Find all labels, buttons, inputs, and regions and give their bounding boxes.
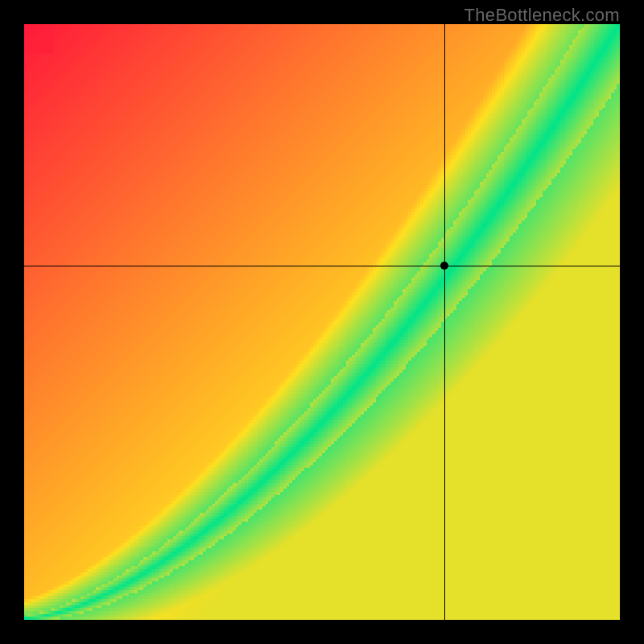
crosshair-marker bbox=[440, 262, 448, 270]
crosshair-horizontal bbox=[24, 266, 620, 266]
plot-area bbox=[24, 24, 620, 620]
crosshair-vertical bbox=[444, 24, 445, 620]
heatmap-canvas bbox=[24, 24, 620, 620]
watermark-text: TheBottleneck.com bbox=[464, 5, 620, 26]
chart-frame: TheBottleneck.com bbox=[0, 0, 644, 644]
